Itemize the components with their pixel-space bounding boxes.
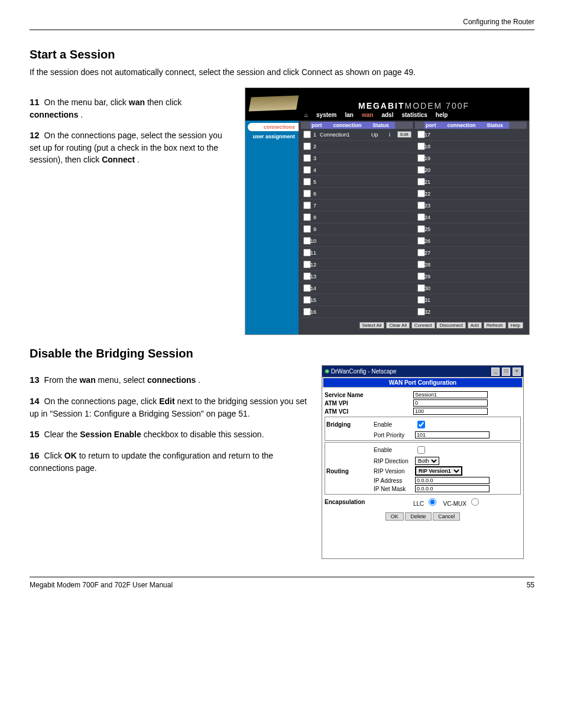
- fig1-table-header-right: port connection Status: [415, 122, 527, 129]
- fig1-button-bar: Select All Clear All Connect Disconnect …: [301, 318, 527, 332]
- fig2-routing-enable-checkbox[interactable]: [417, 446, 425, 454]
- fig2-bridging-priority: Port Priority: [326, 431, 519, 439]
- minimize-icon[interactable]: _: [491, 368, 500, 376]
- fig1-menu-help[interactable]: help: [436, 112, 448, 118]
- maximize-icon[interactable]: □: [502, 368, 510, 376]
- footer: Megabit Modem 700F and 702F User Manual …: [30, 577, 534, 589]
- fig2-routing-ip: IP Address: [326, 476, 519, 485]
- header-right: Configuring the Router: [463, 18, 534, 26]
- fig1-side-connections[interactable]: connections: [248, 123, 299, 131]
- step-16: 16 Click OK to return to update the conf…: [30, 449, 307, 474]
- fig1-btn-select-all[interactable]: Select All: [359, 322, 385, 329]
- fig1-btn-disconnect[interactable]: Disconnect: [436, 322, 466, 329]
- table-row: 26: [415, 235, 527, 247]
- fig2-rip-direction-select[interactable]: Both: [415, 457, 439, 465]
- fig1-menu-bar: ⌂ system lan wan adsl statistics help: [245, 110, 529, 121]
- table-row: 9: [301, 223, 413, 235]
- intro-text: If the session does not automatically co…: [30, 66, 491, 78]
- table-row: 23: [415, 200, 527, 212]
- fig2-routing-mask: IP Net Mask: [326, 485, 519, 493]
- fig2-routing-dir: RIP Direction Both: [326, 456, 519, 466]
- fig1-menu-wan[interactable]: wan: [362, 112, 373, 118]
- fig2-vci-input[interactable]: [413, 408, 488, 415]
- table-row: 13: [301, 271, 413, 282]
- step-12: 12 On the connections page, select the s…: [30, 129, 231, 165]
- fig2-encap-llc-radio[interactable]: [429, 498, 436, 506]
- fig2-delete-button[interactable]: Delete: [405, 512, 431, 521]
- fig2-cancel-button[interactable]: Cancel: [433, 512, 460, 521]
- table-row: 4: [301, 164, 413, 176]
- fig2-ip-address-input[interactable]: [415, 477, 490, 484]
- modem-image: [249, 96, 299, 112]
- table-row: 11: [301, 247, 413, 259]
- fig1-btn-connect[interactable]: Connect: [411, 322, 435, 329]
- fig2-vpi-input[interactable]: [413, 399, 488, 407]
- table-row: 29: [415, 271, 527, 282]
- fig1-sidebar: connections user assignment: [245, 121, 299, 334]
- table-row: 14: [301, 282, 413, 294]
- fig2-encapsulation: Encapsulation LLC VC-MUX: [325, 496, 521, 508]
- fig1-table-header-left: port connection Status: [301, 122, 413, 129]
- fig2-encap-vcmux-radio[interactable]: [471, 498, 479, 506]
- netscape-icon: ✺: [325, 368, 329, 375]
- fig1-menu-adsl[interactable]: adsl: [381, 112, 393, 118]
- table-row: 2: [301, 141, 413, 152]
- table-row: 18: [415, 141, 527, 152]
- fig2-routing-ver: Routing RIP Version RIP Version1: [326, 466, 519, 476]
- step-14: 14 On the connections page, click Edit n…: [30, 395, 307, 420]
- footer-right: 55: [527, 581, 534, 589]
- brand-text: MEGABITMODEM 700F: [358, 101, 469, 110]
- fig2-rip-version-select[interactable]: RIP Version1: [415, 466, 462, 476]
- table-row: 31: [415, 294, 527, 306]
- fig2-button-bar: OK Delete Cancel: [325, 508, 521, 556]
- table-row: 32: [415, 306, 527, 318]
- fig2-service-name: Service Name: [325, 391, 521, 399]
- table-row: 6: [301, 188, 413, 200]
- close-icon[interactable]: ×: [513, 368, 521, 376]
- fig2-ip-mask-input[interactable]: [415, 485, 490, 492]
- table-row: 25: [415, 223, 527, 235]
- table-row: 3: [301, 152, 413, 164]
- table-row: 30: [415, 282, 527, 294]
- table-row: 24: [415, 212, 527, 223]
- header-rule: [30, 30, 534, 30]
- fig2-heading: WAN Port Configuration: [323, 378, 522, 387]
- step-13: 13 From the wan menu, select connections…: [30, 373, 307, 386]
- fig1-menu-statistics[interactable]: statistics: [401, 112, 427, 118]
- table-row: 21: [415, 176, 527, 188]
- table-row: 7: [301, 200, 413, 212]
- fig1-btn-add[interactable]: Add: [468, 322, 482, 329]
- fig1-btn-refresh[interactable]: Refresh: [484, 322, 506, 329]
- step-15: 15 Clear the Session Enable checkbox to …: [30, 428, 307, 441]
- step-11: 11 On the menu bar, click wan then click…: [30, 96, 231, 121]
- fig1-side-user-assignment[interactable]: user assignment: [245, 132, 299, 141]
- table-row: 28: [415, 259, 527, 271]
- table-row: 1Connection1UpiEdit: [301, 129, 413, 141]
- fig2-titlebar: ✺ DrWanConfig - Netscape _ □ ×: [322, 366, 523, 377]
- table-row: 8: [301, 212, 413, 223]
- fig1-home-icon[interactable]: ⌂: [304, 112, 308, 118]
- fig2-port-priority-input[interactable]: [415, 431, 490, 438]
- section-heading-start: Start a Session: [30, 48, 534, 61]
- table-row: 17: [415, 129, 527, 141]
- fig1-menu-lan[interactable]: lan: [345, 112, 354, 118]
- fig1-btn-help[interactable]: Help: [508, 322, 523, 329]
- table-row: 10: [301, 235, 413, 247]
- fig2-vci: ATM VCI: [325, 407, 521, 415]
- fig2-service-name-input[interactable]: [413, 391, 488, 398]
- table-row: 16: [301, 306, 413, 318]
- fig1-edit-button[interactable]: Edit: [397, 131, 411, 138]
- footer-left: Megabit Modem 700F and 702F User Manual: [30, 581, 173, 589]
- figure-wan-connections: MEGABITMODEM 700F ⌂ system lan wan adsl …: [245, 87, 530, 335]
- table-row: 19: [415, 152, 527, 164]
- fig2-routing-enable: Enable: [326, 444, 519, 456]
- figure-wan-port-config: ✺ DrWanConfig - Netscape _ □ × WAN Port …: [322, 365, 524, 559]
- table-row: 27: [415, 247, 527, 259]
- table-row: 5: [301, 176, 413, 188]
- fig2-bridging-enable-checkbox[interactable]: [417, 421, 425, 428]
- table-row: 20: [415, 164, 527, 176]
- fig2-ok-button[interactable]: OK: [385, 512, 404, 521]
- fig1-menu-system[interactable]: system: [316, 112, 336, 118]
- fig1-btn-clear-all[interactable]: Clear All: [386, 322, 410, 329]
- fig2-bridging-enable: Bridging Enable: [326, 418, 519, 431]
